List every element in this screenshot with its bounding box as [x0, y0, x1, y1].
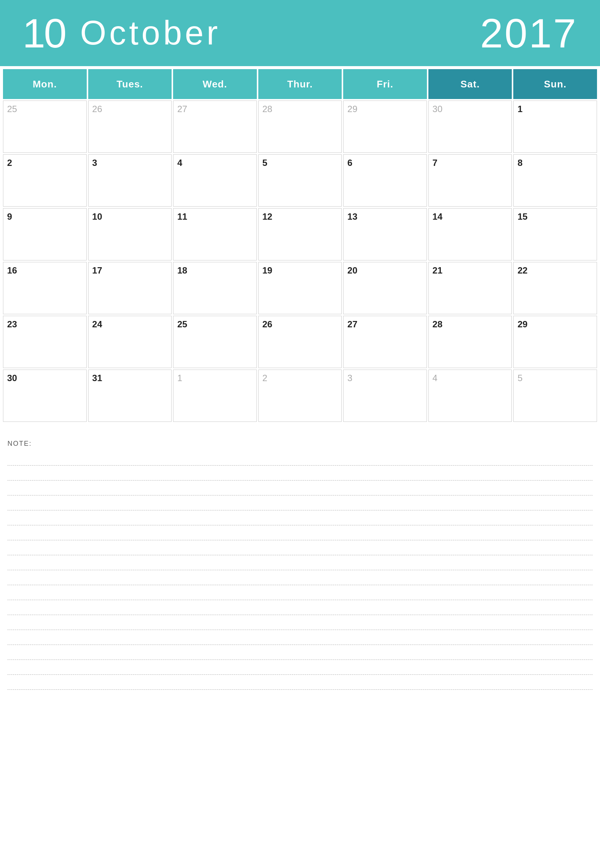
cal-cell[interactable]: 28 — [429, 316, 512, 368]
day-number: 2 — [262, 373, 267, 383]
cal-cell[interactable]: 5 — [513, 369, 597, 422]
cal-cell[interactable]: 29 — [513, 316, 597, 368]
cal-cell[interactable]: 6 — [343, 154, 427, 207]
cal-cell[interactable]: 1 — [173, 369, 257, 422]
note-line[interactable] — [8, 540, 592, 555]
day-number: 30 — [433, 104, 442, 114]
day-number: 4 — [433, 373, 437, 383]
cal-cell[interactable]: 19 — [258, 262, 342, 314]
note-line[interactable] — [8, 451, 592, 466]
day-number: 11 — [177, 212, 187, 222]
cal-cell[interactable]: 16 — [3, 262, 87, 314]
day-number: 25 — [7, 104, 17, 114]
cal-cell[interactable]: 7 — [429, 154, 512, 207]
cal-cell[interactable]: 26 — [88, 100, 172, 153]
cal-cell[interactable]: 25 — [3, 100, 87, 153]
cal-cell[interactable]: 30 — [429, 100, 512, 153]
cal-cell[interactable]: 10 — [88, 208, 172, 260]
cal-cell[interactable]: 1 — [513, 100, 597, 153]
note-line[interactable] — [8, 525, 592, 540]
day-number: 4 — [177, 158, 182, 168]
cal-cell[interactable]: 4 — [429, 369, 512, 422]
cal-cell[interactable]: 11 — [173, 208, 257, 260]
day-number: 19 — [262, 265, 273, 275]
cal-cell[interactable]: 2 — [3, 154, 87, 207]
cal-cell[interactable]: 27 — [343, 316, 427, 368]
day-number: 3 — [347, 373, 352, 383]
day-number: 26 — [262, 319, 273, 329]
note-line[interactable] — [8, 645, 592, 660]
cal-cell[interactable]: 9 — [3, 208, 87, 260]
day-number: 5 — [517, 373, 522, 383]
year: 2017 — [480, 9, 577, 57]
note-line[interactable] — [8, 466, 592, 481]
note-line[interactable] — [8, 570, 592, 585]
cal-cell[interactable]: 22 — [513, 262, 597, 314]
cal-cell[interactable]: 4 — [173, 154, 257, 207]
day-number: 15 — [517, 212, 527, 222]
cal-cell[interactable]: 23 — [3, 316, 87, 368]
day-number: 30 — [7, 373, 17, 383]
day-header-wed: Wed. — [173, 69, 257, 99]
day-number: 6 — [347, 158, 352, 168]
note-line[interactable] — [8, 660, 592, 675]
day-number: 20 — [347, 265, 358, 275]
day-header-thur: Thur. — [258, 69, 342, 99]
cal-cell[interactable]: 3 — [88, 154, 172, 207]
cal-cell[interactable]: 28 — [258, 100, 342, 153]
cal-cell[interactable]: 14 — [429, 208, 512, 260]
cal-cell[interactable]: 29 — [343, 100, 427, 153]
day-header-sat: Sat. — [429, 69, 512, 99]
month-name: October — [80, 14, 221, 52]
note-line[interactable] — [8, 496, 592, 510]
day-number: 28 — [433, 319, 442, 329]
day-number: 26 — [92, 104, 102, 114]
cal-cell[interactable]: 2 — [258, 369, 342, 422]
day-number: 13 — [347, 212, 358, 222]
note-line[interactable] — [8, 600, 592, 615]
day-number: 21 — [433, 265, 442, 275]
note-line[interactable] — [8, 615, 592, 630]
day-number: 27 — [177, 104, 187, 114]
note-line[interactable] — [8, 555, 592, 570]
cal-cell[interactable]: 12 — [258, 208, 342, 260]
cal-cell[interactable]: 21 — [429, 262, 512, 314]
notes-label: NOTE: — [8, 440, 592, 448]
day-number: 17 — [92, 265, 102, 275]
cal-cell[interactable]: 13 — [343, 208, 427, 260]
cal-cell[interactable]: 20 — [343, 262, 427, 314]
day-number: 24 — [92, 319, 102, 329]
cal-cell[interactable]: 8 — [513, 154, 597, 207]
day-number: 29 — [347, 104, 358, 114]
cal-cell[interactable]: 15 — [513, 208, 597, 260]
day-number: 27 — [347, 319, 358, 329]
cal-cell[interactable]: 24 — [88, 316, 172, 368]
note-line[interactable] — [8, 585, 592, 600]
cal-cell[interactable]: 25 — [173, 316, 257, 368]
cal-cell[interactable]: 3 — [343, 369, 427, 422]
cal-cell[interactable]: 5 — [258, 154, 342, 207]
day-number: 25 — [177, 319, 187, 329]
day-number: 5 — [262, 158, 267, 168]
day-number: 29 — [517, 319, 527, 329]
day-header-tues: Tues. — [88, 69, 172, 99]
note-line[interactable] — [8, 481, 592, 496]
day-number: 23 — [7, 319, 17, 329]
day-number: 3 — [92, 158, 97, 168]
cal-cell[interactable]: 26 — [258, 316, 342, 368]
cal-cell[interactable]: 27 — [173, 100, 257, 153]
note-line[interactable] — [8, 630, 592, 645]
day-number: 10 — [92, 212, 102, 222]
calendar-page: 10 October 2017 Mon.Tues.Wed.Thur.Fri.Sa… — [0, 0, 600, 868]
day-number: 9 — [7, 212, 12, 222]
calendar-header: 10 October 2017 — [0, 0, 600, 66]
header-left: 10 October — [23, 9, 221, 57]
note-line[interactable] — [8, 675, 592, 690]
month-number: 10 — [23, 9, 65, 57]
cal-cell[interactable]: 31 — [88, 369, 172, 422]
day-number: 16 — [7, 265, 17, 275]
cal-cell[interactable]: 17 — [88, 262, 172, 314]
cal-cell[interactable]: 18 — [173, 262, 257, 314]
cal-cell[interactable]: 30 — [3, 369, 87, 422]
note-line[interactable] — [8, 510, 592, 525]
